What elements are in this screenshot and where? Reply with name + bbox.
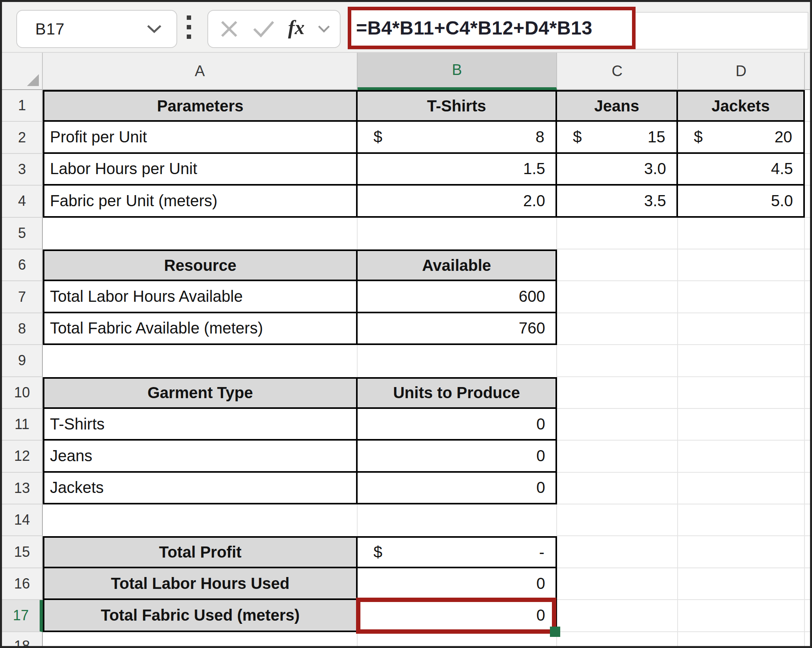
cell-c11[interactable] <box>557 409 678 441</box>
row-header-16[interactable]: 16 <box>2 568 43 600</box>
cell-c6[interactable] <box>557 249 678 281</box>
cell-d1[interactable]: Jackets <box>678 90 805 122</box>
cell-e11[interactable] <box>805 409 810 441</box>
cell-a9[interactable] <box>43 345 358 377</box>
row-header-6[interactable]: 6 <box>2 249 43 281</box>
cell-d16[interactable] <box>678 568 805 600</box>
column-header-e-partial[interactable] <box>805 53 810 90</box>
column-header-c[interactable]: C <box>557 53 678 90</box>
cell-d10[interactable] <box>678 377 805 409</box>
formula-input[interactable]: =B4*B11+C4*B12+D4*B13 <box>348 7 636 49</box>
cell-d8[interactable] <box>678 313 805 345</box>
cell-a18[interactable] <box>43 632 358 646</box>
cell-e3[interactable] <box>805 154 810 186</box>
cell-b13[interactable]: 0 <box>358 473 557 504</box>
row-header-11[interactable]: 11 <box>2 409 43 441</box>
cell-b16[interactable]: 0 <box>358 568 557 600</box>
cell-e17[interactable] <box>805 600 810 632</box>
cell-e6[interactable] <box>805 249 810 281</box>
cell-a11[interactable]: T-Shirts <box>43 409 358 441</box>
cell-b1[interactable]: T-Shirts <box>358 90 557 122</box>
cell-d4[interactable]: 5.0 <box>678 186 805 217</box>
cell-e1[interactable] <box>805 90 810 122</box>
confirm-icon[interactable] <box>252 20 275 38</box>
cell-a16[interactable]: Total Labor Hours Used <box>43 568 358 600</box>
column-header-a[interactable]: A <box>43 53 358 90</box>
cell-b3[interactable]: 1.5 <box>358 154 557 186</box>
cell-d13[interactable] <box>678 473 805 504</box>
cell-a10[interactable]: Garment Type <box>43 377 358 409</box>
cell-d3[interactable]: 4.5 <box>678 154 805 186</box>
cell-a2[interactable]: Profit per Unit <box>43 122 358 153</box>
cell-d12[interactable] <box>678 441 805 472</box>
function-chevron-down-icon[interactable] <box>318 25 330 33</box>
cell-c10[interactable] <box>557 377 678 409</box>
cell-e8[interactable] <box>805 313 810 345</box>
row-header-8[interactable]: 8 <box>2 313 43 345</box>
cell-d7[interactable] <box>678 281 805 313</box>
cell-a8[interactable]: Total Fabric Available (meters) <box>43 313 358 345</box>
row-header-7[interactable]: 7 <box>2 281 43 313</box>
cell-c8[interactable] <box>557 313 678 345</box>
cell-c16[interactable] <box>557 568 678 600</box>
row-header-5[interactable]: 5 <box>2 218 43 249</box>
cell-a1[interactable]: Parameters <box>43 90 358 122</box>
cell-e10[interactable] <box>805 377 810 409</box>
cell-d15[interactable] <box>678 536 805 568</box>
cell-c3[interactable]: 3.0 <box>557 154 678 186</box>
cell-c15[interactable] <box>557 536 678 568</box>
cell-b7[interactable]: 600 <box>358 281 557 313</box>
row-header-14[interactable]: 14 <box>2 504 43 536</box>
cell-e14[interactable] <box>805 504 810 536</box>
cell-b17-active[interactable]: 0 <box>358 600 557 632</box>
row-header-9[interactable]: 9 <box>2 345 43 377</box>
name-box-chevron-down-icon[interactable] <box>146 24 162 34</box>
cell-d18[interactable] <box>678 632 805 646</box>
cell-e4[interactable] <box>805 186 810 217</box>
cell-c12[interactable] <box>557 441 678 472</box>
cell-e7[interactable] <box>805 281 810 313</box>
cell-b15[interactable]: $ - <box>358 536 557 568</box>
cell-a4[interactable]: Fabric per Unit (meters) <box>43 186 358 217</box>
insert-function-icon[interactable]: fx <box>288 17 305 40</box>
row-header-10[interactable]: 10 <box>2 377 43 409</box>
cell-e2[interactable] <box>805 122 810 153</box>
row-header-15[interactable]: 15 <box>2 536 43 568</box>
cell-a5[interactable] <box>43 218 358 249</box>
cell-e16[interactable] <box>805 568 810 600</box>
cell-b4[interactable]: 2.0 <box>358 186 557 217</box>
row-header-17[interactable]: 17 <box>2 600 43 632</box>
cell-d9[interactable] <box>678 345 805 377</box>
cell-a3[interactable]: Labor Hours per Unit <box>43 154 358 186</box>
cell-a7[interactable]: Total Labor Hours Available <box>43 281 358 313</box>
cell-e9[interactable] <box>805 345 810 377</box>
cell-d11[interactable] <box>678 409 805 441</box>
cell-c13[interactable] <box>557 473 678 504</box>
cell-d5[interactable] <box>678 218 805 249</box>
cell-c18[interactable] <box>557 632 678 646</box>
row-header-3[interactable]: 3 <box>2 154 43 186</box>
cell-b14[interactable] <box>358 504 557 536</box>
cell-b12[interactable]: 0 <box>358 441 557 472</box>
column-header-d[interactable]: D <box>678 53 805 90</box>
cell-d14[interactable] <box>678 504 805 536</box>
cell-a6[interactable]: Resource <box>43 249 358 281</box>
cell-e13[interactable] <box>805 473 810 504</box>
row-header-13[interactable]: 13 <box>2 473 43 504</box>
cell-d17[interactable] <box>678 600 805 632</box>
select-all-corner[interactable] <box>2 53 43 90</box>
cell-b2[interactable]: $ 8 <box>358 122 557 153</box>
row-header-12[interactable]: 12 <box>2 441 43 472</box>
cell-a14[interactable] <box>43 504 358 536</box>
row-header-2[interactable]: 2 <box>2 122 43 153</box>
cell-b18[interactable] <box>358 632 557 646</box>
cell-a12[interactable]: Jeans <box>43 441 358 472</box>
cancel-icon[interactable] <box>219 19 239 39</box>
cell-c17[interactable] <box>557 600 678 632</box>
cell-e5[interactable] <box>805 218 810 249</box>
cell-c7[interactable] <box>557 281 678 313</box>
cell-a17[interactable]: Total Fabric Used (meters) <box>43 600 358 632</box>
column-header-b[interactable]: B <box>358 53 557 90</box>
name-box[interactable]: B17 <box>16 10 177 48</box>
cell-c14[interactable] <box>557 504 678 536</box>
